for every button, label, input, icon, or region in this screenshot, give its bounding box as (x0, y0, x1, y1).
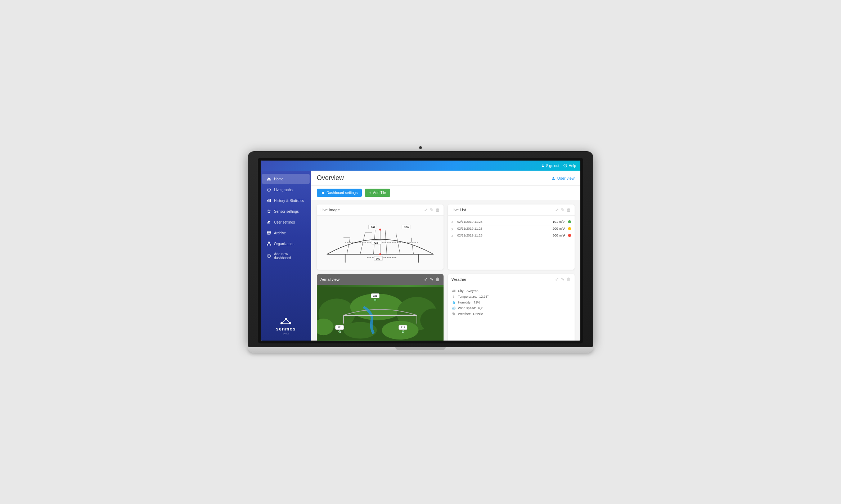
sidebar-item-add-new-dashboard[interactable]: Add new dashboard (262, 249, 310, 262)
svg-line-25 (347, 238, 350, 254)
svg-line-26 (360, 233, 365, 254)
delete-icon-aerial[interactable]: 🗑 (436, 277, 440, 282)
svg-rect-5 (269, 200, 269, 202)
dashboard-settings-button[interactable]: Dashboard settings (317, 189, 362, 197)
bridge-sketch-svg: 167 300 722 (317, 216, 444, 270)
svg-rect-9 (267, 231, 271, 233)
sign-out-button[interactable]: Sign out (541, 164, 559, 168)
live-list-content: x 02/11/2019 11:23 101 m/s² y 02/11/2019… (448, 216, 575, 242)
history-statistics-icon (266, 198, 271, 203)
svg-text:?: ? (565, 165, 566, 167)
dashboard-settings-label: Dashboard settings (327, 191, 357, 195)
weather-humidity-row: 💧 Humidity: 71% (451, 300, 571, 305)
add-tile-plus-icon: + (369, 191, 371, 195)
live-image-tile: Live Image ⤢ ✎ 🗑 (317, 204, 444, 270)
svg-text:360: 360 (376, 257, 380, 260)
laptop-screen: Sign out ? Help (261, 161, 580, 341)
humidity-icon: 💧 (451, 301, 456, 304)
weather-tile-header: Weather ⤢ ✎ 🗑 (448, 274, 575, 285)
sidebar-label-history-statistics: History & Statistics (274, 199, 304, 203)
edit-icon-list[interactable]: ✎ (561, 207, 565, 212)
sidebar-item-user-settings[interactable]: User settings (262, 217, 310, 227)
laptop-base (248, 347, 593, 353)
sidebar-item-live-graphs[interactable]: Live graphs (262, 185, 310, 195)
sign-out-label: Sign out (546, 164, 559, 168)
sidebar-label-archive: Archive (274, 231, 286, 235)
svg-line-29 (385, 230, 387, 255)
laptop-container: Sign out ? Help (248, 151, 593, 353)
temperature-icon: 🌡 (451, 295, 456, 298)
axis-z: z (451, 234, 454, 237)
svg-rect-12 (270, 245, 271, 246)
svg-text:300: 300 (404, 226, 409, 229)
edit-icon[interactable]: ✎ (430, 207, 433, 212)
weather-content: 🏙 City: Aveyron 🌡 Temperature: 12,76° (448, 285, 575, 320)
move-icon[interactable]: ⤢ (424, 207, 428, 212)
aerial-view-title: Aerial view (320, 277, 339, 282)
list-item: z 02/11/2019 11:23 300 m/s² (451, 232, 571, 239)
user-view-button[interactable]: User view (551, 176, 575, 180)
aerial-view-content: 325 221 219 (317, 285, 444, 341)
add-tile-label: Add Tile (373, 191, 386, 195)
svg-line-31 (411, 238, 413, 254)
delete-icon-weather[interactable]: 🗑 (567, 277, 571, 282)
live-image-title: Live Image (320, 208, 340, 212)
logo-icon (279, 315, 293, 326)
sidebar-label-live-graphs: Live graphs (274, 188, 293, 192)
svg-rect-6 (270, 199, 271, 202)
status-dot-y (568, 227, 571, 230)
weather-tile: Weather ⤢ ✎ 🗑 🏙 (448, 274, 575, 341)
live-list-tile-header: Live List ⤢ ✎ 🗑 (448, 204, 575, 216)
sidebar-logo: senmos by KI (261, 310, 311, 341)
move-icon-weather[interactable]: ⤢ (555, 277, 559, 282)
live-list-tile: Live List ⤢ ✎ 🗑 x (448, 204, 575, 270)
live-list-tile-actions: ⤢ ✎ 🗑 (555, 207, 571, 212)
help-button[interactable]: ? Help (563, 164, 576, 168)
svg-rect-10 (269, 242, 270, 243)
date-z: 02/11/2019 11:23 (457, 234, 550, 237)
main-content: Overview User view Dashboard settings (311, 171, 580, 341)
svg-rect-11 (267, 245, 268, 246)
user-settings-icon (266, 220, 271, 225)
sidebar-label-sensor-settings: Sensor settings (274, 210, 299, 213)
svg-line-19 (282, 319, 286, 323)
delete-icon-list[interactable]: 🗑 (567, 207, 571, 212)
sensor-settings-icon (266, 209, 271, 214)
archive-icon (266, 230, 271, 235)
user-icon (551, 176, 556, 180)
date-x: 02/11/2019 11:23 (457, 220, 550, 224)
sidebar-item-sensor-settings[interactable]: Sensor settings (262, 206, 310, 216)
weather-temperature-label: Temperature: (458, 295, 477, 298)
svg-point-8 (269, 221, 270, 222)
sidebar-item-home[interactable]: Home (262, 174, 310, 184)
sidebar-item-history-statistics[interactable]: History & Statistics (262, 195, 310, 206)
sidebar-item-archive[interactable]: Archive (262, 228, 310, 238)
sidebar-item-organization[interactable]: Organization (262, 239, 310, 249)
live-image-tile-actions: ⤢ ✎ 🗑 (424, 207, 440, 212)
weather-city-label: City: (458, 289, 464, 293)
top-bar: Sign out ? Help (261, 161, 580, 171)
delete-icon[interactable]: 🗑 (436, 207, 440, 212)
toolbar: Dashboard settings + Add Tile (311, 186, 580, 200)
edit-icon-aerial[interactable]: ✎ (430, 277, 433, 282)
weather-humidity-value: 71% (474, 301, 480, 304)
svg-point-0 (542, 165, 543, 166)
move-icon-list[interactable]: ⤢ (555, 207, 559, 212)
add-tile-button[interactable]: + Add Tile (365, 189, 390, 197)
live-graphs-icon (266, 187, 271, 192)
aerial-view-tile-actions: ⤢ ✎ 🗑 (424, 277, 440, 282)
weather-wind-row: 💨 Wind speed: 6,2 (451, 305, 571, 311)
live-image-tile-header: Live Image ⤢ ✎ 🗑 (317, 204, 444, 216)
webcam (419, 146, 422, 149)
sign-out-icon (541, 164, 545, 167)
live-list-title: Live List (451, 208, 466, 212)
dashboard-grid: Live Image ⤢ ✎ 🗑 (311, 200, 580, 341)
svg-text:167: 167 (371, 226, 375, 229)
edit-icon-weather[interactable]: ✎ (561, 277, 565, 282)
sensor-marker-221: 221 (336, 325, 344, 333)
axis-y: y (451, 227, 454, 230)
weather-wind-value: 6,2 (478, 306, 483, 310)
move-icon-aerial[interactable]: ⤢ (424, 277, 428, 282)
user-view-label: User view (557, 176, 575, 180)
laptop-lid: Sign out ? Help (248, 151, 593, 347)
